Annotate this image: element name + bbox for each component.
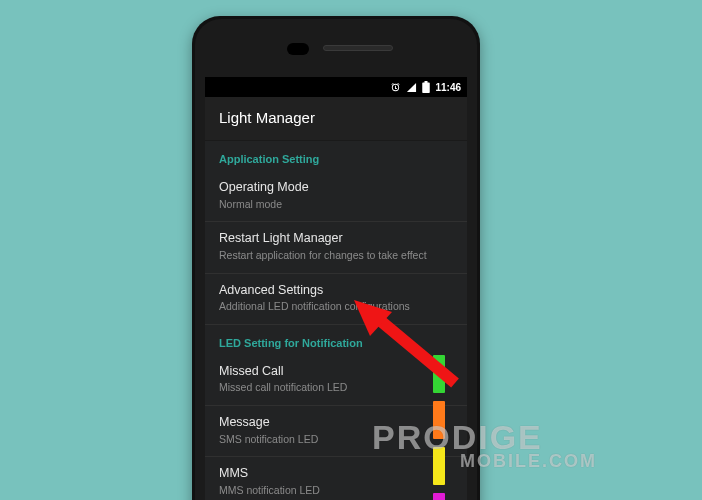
proximity-sensor — [287, 43, 309, 55]
alarm-icon — [390, 82, 401, 93]
item-subtitle: Additional LED notification configuratio… — [219, 300, 453, 314]
item-title: Missed Call — [219, 364, 453, 380]
earpiece-speaker — [323, 45, 393, 51]
status-bar: 11:46 — [205, 77, 467, 97]
signal-icon — [406, 82, 417, 93]
item-operating-mode[interactable]: Operating Mode Normal mode — [205, 171, 467, 221]
item-subtitle: MMS notification LED — [219, 484, 453, 498]
app-bar: Light Manager — [205, 97, 467, 141]
item-title: Operating Mode — [219, 180, 453, 196]
watermark-line2: MOBILE.COM — [460, 453, 597, 469]
led-swatch-magenta — [433, 493, 445, 500]
watermark: PRODIGE MOBILE.COM — [372, 422, 597, 469]
item-advanced-settings[interactable]: Advanced Settings Additional LED notific… — [205, 274, 467, 324]
item-subtitle: Restart application for changes to take … — [219, 249, 453, 263]
phone-earpiece-area — [195, 19, 477, 77]
battery-icon — [422, 81, 430, 93]
watermark-line1: PRODIGE — [372, 422, 597, 453]
section-header-application-setting: Application Setting — [205, 141, 467, 171]
status-time: 11:46 — [435, 82, 461, 93]
led-swatch-green — [433, 355, 445, 393]
item-restart-light-manager[interactable]: Restart Light Manager Restart applicatio… — [205, 222, 467, 272]
item-title: Advanced Settings — [219, 283, 453, 299]
app-title: Light Manager — [219, 109, 315, 126]
section-header-led-setting: LED Setting for Notification — [205, 325, 467, 355]
item-subtitle: Normal mode — [219, 198, 453, 212]
item-subtitle: Missed call notification LED — [219, 381, 453, 395]
item-missed-call[interactable]: Missed Call Missed call notification LED — [205, 355, 467, 405]
item-title: Restart Light Manager — [219, 231, 453, 247]
